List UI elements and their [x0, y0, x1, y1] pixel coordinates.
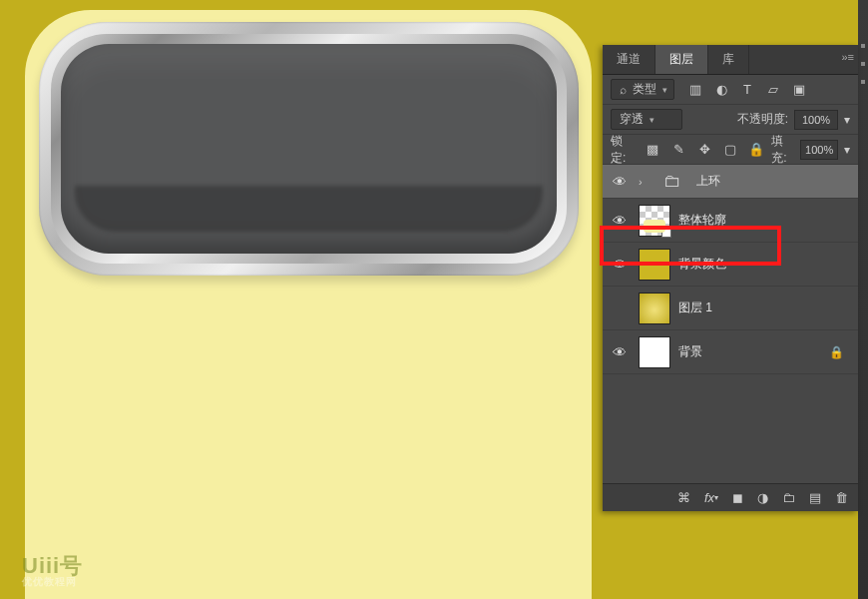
lock-label: 锁定: — [611, 133, 634, 167]
layer-name: 图层 1 — [678, 300, 712, 316]
group-icon[interactable]: 🗀 — [782, 489, 795, 507]
tab-channels[interactable]: 通道 — [603, 45, 655, 74]
lock-brush-icon[interactable]: ✎ — [669, 141, 687, 159]
watermark-title: Uiii号 — [22, 553, 83, 578]
layer-name: 背景 — [678, 343, 702, 360]
layer-name: 背景颜色 — [678, 256, 726, 273]
watermark-subtitle: 优优教程网 — [22, 577, 83, 587]
visibility-toggle[interactable]: 👁 — [609, 174, 631, 190]
lock-icon: 🔒 — [829, 345, 844, 359]
metal-ring-outer — [39, 22, 579, 276]
fill-label: 填充: — [771, 133, 794, 167]
blend-mode-value: 穿透 — [620, 111, 644, 128]
mask-icon[interactable]: ◼ — [732, 489, 743, 507]
adjustment-icon[interactable]: ◑ — [757, 489, 768, 507]
lock-all-icon[interactable]: 🔒 — [747, 141, 765, 159]
visibility-toggle[interactable]: 👁 — [609, 257, 631, 273]
visibility-toggle[interactable]: 👁 — [609, 213, 631, 229]
layer-thumbnail — [639, 205, 670, 237]
watermark: Uiii号 优优教程网 — [22, 555, 83, 587]
dock-edge — [858, 0, 868, 599]
smart-icon[interactable]: ▣ — [790, 81, 808, 99]
layer-thumbnail — [639, 249, 670, 281]
text-icon[interactable]: T — [738, 81, 756, 99]
trash-icon[interactable]: 🗑 — [835, 489, 848, 507]
layer-name: 上环 — [696, 173, 720, 190]
layer-row-outline[interactable]: 👁 整体轮廓 — [603, 199, 858, 243]
lock-pixels-icon[interactable]: ▩ — [644, 141, 661, 159]
fill-value[interactable]: 100% — [800, 140, 838, 160]
filter-row: ⌕ 类型 ▾ ▥ ◐ T ▱ ▣ — [603, 75, 858, 105]
chevron-down-icon[interactable]: ▾ — [844, 113, 850, 127]
panel-tabs: 通道 图层 库 »≡ — [603, 45, 858, 75]
chevron-down-icon[interactable]: ▾ — [844, 143, 850, 157]
lock-row: 锁定: ▩ ✎ ✥ ▢ 🔒 填充: 100% ▾ — [603, 135, 858, 165]
new-layer-icon[interactable]: ▤ — [809, 489, 821, 507]
chevron-down-icon: ▾ — [650, 115, 654, 125]
filter-type-label: 类型 — [633, 81, 656, 98]
panel-menu-icon[interactable]: »≡ — [841, 51, 854, 63]
chevron-right-icon[interactable]: › — [639, 176, 649, 188]
fx-icon[interactable]: fx▾ — [704, 489, 718, 507]
filter-type-dropdown[interactable]: ⌕ 类型 ▾ — [611, 79, 674, 100]
shape-icon[interactable]: ▱ — [764, 81, 782, 99]
opacity-value[interactable]: 100% — [794, 110, 838, 130]
visibility-toggle[interactable]: 👁 — [609, 344, 631, 360]
layer-name: 整体轮廓 — [678, 212, 726, 229]
tab-library[interactable]: 库 — [708, 45, 749, 74]
metal-ring-inner — [51, 34, 567, 264]
layer-row-group-top[interactable]: 👁 › 🗀 上环 — [603, 165, 858, 199]
canvas-area: Uiii号 优优教程网 — [0, 0, 603, 599]
blend-row: 穿透 ▾ 不透明度: 100% ▾ — [603, 105, 858, 135]
blend-mode-dropdown[interactable]: 穿透 ▾ — [611, 109, 682, 130]
image-icon[interactable]: ▥ — [686, 81, 704, 99]
smart-object-badge — [661, 228, 671, 238]
folder-icon: 🗀 — [656, 166, 688, 198]
lock-artboard-icon[interactable]: ▢ — [721, 141, 739, 159]
lock-position-icon[interactable]: ✥ — [695, 141, 713, 159]
layer-row-layer1[interactable]: 图层 1 — [603, 287, 858, 330]
panel-footer: ⌘ fx▾ ◼ ◑ 🗀 ▤ 🗑 — [603, 483, 858, 511]
layer-thumbnail — [639, 293, 670, 324]
layer-row-bg-color[interactable]: 👁 背景颜色 — [603, 243, 858, 287]
layer-list: 👁 › 🗀 上环 👁 整体轮廓 👁 背景颜色 图层 1 👁 背景 � — [603, 165, 858, 483]
chevron-down-icon: ▾ — [662, 85, 667, 95]
dark-plate — [61, 44, 557, 254]
layer-row-background[interactable]: 👁 背景 🔒 — [603, 330, 858, 374]
opacity-label: 不透明度: — [737, 111, 788, 128]
search-icon: ⌕ — [620, 83, 627, 97]
tab-layers[interactable]: 图层 — [655, 45, 708, 74]
layers-panel: 通道 图层 库 »≡ ⌕ 类型 ▾ ▥ ◐ T ▱ ▣ 穿透 ▾ 不透明度: 1… — [603, 45, 858, 511]
link-icon[interactable]: ⌘ — [677, 489, 690, 507]
layer-thumbnail — [639, 336, 670, 368]
adjust-icon[interactable]: ◐ — [712, 81, 730, 99]
